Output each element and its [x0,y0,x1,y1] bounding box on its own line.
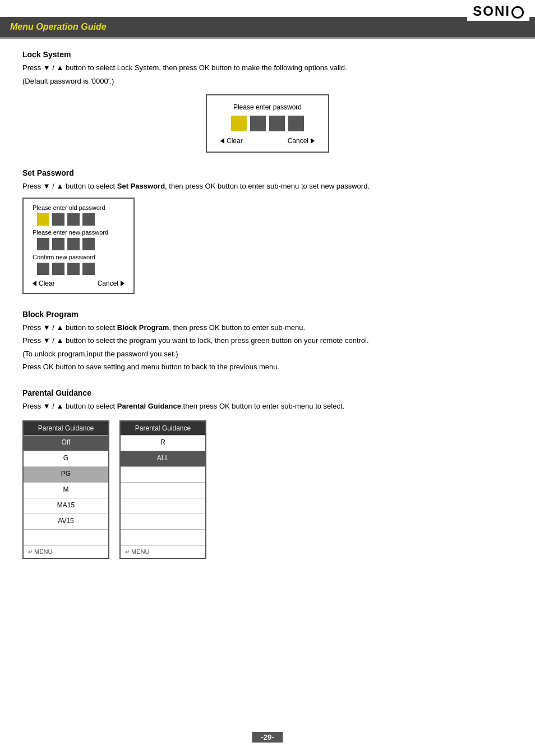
parental-table-1: Parental Guidance Off G PG M MA15 AV15 ↵… [22,420,109,559]
old-password-boxes [37,213,124,226]
parental-row-av15[interactable]: AV15 [24,514,108,529]
password-box-2 [250,116,266,131]
parental-row-all[interactable]: ALL [121,451,205,466]
confirm-pw-box-3 [67,263,80,275]
parental-table-1-header: Parental Guidance [24,421,108,435]
confirm-pw-box-1 [37,263,49,275]
parental-guidance-text: Press ▼ / ▲ button to select Parental Gu… [22,401,513,412]
block-program-text2: Press ▼ / ▲ button to select the program… [22,335,513,346]
set-password-title: Set Password [22,168,513,177]
old-pw-box-4 [82,213,95,226]
parental-table-2-footer-label: MENU [131,548,149,555]
clear-button[interactable]: Clear [220,137,243,145]
parental-row-ma15[interactable]: MA15 [24,498,108,514]
lock-system-dialog-container: Please enter password Clear Cancel [22,94,513,153]
header-title-bar: Menu Operation Guide [0,17,535,37]
logo-text: SONI [473,3,510,19]
parental-row-r[interactable]: R [121,435,205,451]
set-password-bold: Set Password [117,182,165,190]
cancel-button[interactable]: Cancel [288,137,315,145]
page-number-container: -29- [252,732,283,743]
page-title: Menu Operation Guide [10,22,107,31]
parental-row-pg[interactable]: PG [24,466,108,482]
lock-system-title: Lock System [22,50,513,59]
new-pw-box-1 [37,238,49,250]
lock-system-text1: Press ▼ / ▲ button to select Lock System… [22,62,513,74]
cancel-label: Cancel [288,137,308,145]
new-pw-box-4 [82,238,95,250]
parental-tables-container: Parental Guidance Off G PG M MA15 AV15 ↵… [22,420,513,559]
block-program-section: Block Program Press ▼ / ▲ button to sele… [22,310,513,373]
menu-corner-icon-1: ↵ [28,549,33,555]
cancel-triangle-icon [311,138,315,144]
parental-row-empty-5 [121,514,205,529]
page-header: SONI Menu Operation Guide [0,0,535,39]
set-password-dialog-container: Please enter old password Please enter n… [22,198,513,294]
logo: SONI [473,4,524,19]
set-pw-clear-button[interactable]: Clear [33,280,55,287]
confirm-pw-box-4 [82,263,95,275]
set-password-dialog-buttons: Clear Cancel [33,280,124,287]
old-pw-box-3 [67,213,80,226]
new-pw-box-3 [67,238,80,250]
block-program-bold: Block Program [117,323,169,332]
set-pw-cancel-button[interactable]: Cancel [98,280,124,287]
password-box-3 [269,116,285,131]
password-box-1 [231,116,247,131]
new-password-boxes [37,238,124,250]
block-program-title: Block Program [22,310,513,319]
clear-label: Clear [227,137,243,145]
block-program-text3: (To unlock program,input the password yo… [22,349,513,360]
block-program-text1: Press ▼ / ▲ button to select Block Progr… [22,322,513,333]
set-password-text: Press ▼ / ▲ button to select Set Passwor… [22,181,513,192]
lock-system-dialog: Please enter password Clear Cancel [206,94,329,153]
new-pw-box-2 [52,238,64,250]
confirm-pw-box-2 [52,263,64,275]
page-number: -29- [252,732,283,743]
set-pw-clear-triangle-icon [33,281,36,286]
confirm-password-label: Confirm new password [33,254,124,260]
old-pw-box-1 [37,213,49,226]
parental-row-off[interactable]: Off [24,435,108,451]
lock-system-text2: (Default password is '0000'.) [22,76,513,87]
lock-system-password-boxes [220,116,315,131]
menu-corner-icon-2: ↵ [125,549,130,555]
parental-table-1-footer: ↵ MENU [24,545,108,558]
set-pw-cancel-triangle-icon [121,281,124,286]
parental-table-2-header: Parental Guidance [121,421,205,435]
parental-row-empty-6 [121,529,205,545]
logo-q [511,6,524,19]
parental-row-empty-2 [121,466,205,482]
parental-row-g[interactable]: G [24,451,108,466]
lock-system-section: Lock System Press ▼ / ▲ button to select… [22,50,513,153]
parental-table-2-footer: ↵ MENU [121,545,205,558]
lock-system-dialog-label: Please enter password [220,103,315,111]
new-password-label: Please enter new password [33,229,124,236]
parental-row-empty-1 [24,529,108,545]
parental-table-2: Parental Guidance R ALL ↵ MENU [119,420,206,559]
old-password-label: Please enter old password [33,204,124,211]
clear-triangle-icon [220,138,224,144]
set-pw-clear-label: Clear [39,280,55,287]
parental-table-1-footer-label: MENU [34,548,52,555]
password-box-4 [288,116,304,131]
old-pw-box-2 [52,213,64,226]
parental-guidance-bold: Parental Guidance [117,402,181,410]
block-program-text4: Press OK button to save setting and menu… [22,361,513,373]
main-content: Lock System Press ▼ / ▲ button to select… [0,39,535,597]
set-password-dialog: Please enter old password Please enter n… [22,198,135,294]
parental-row-empty-3 [121,482,205,498]
lock-system-dialog-buttons: Clear Cancel [220,137,315,145]
parental-guidance-title: Parental Guidance [22,388,513,397]
confirm-password-boxes [37,263,124,275]
parental-guidance-section: Parental Guidance Press ▼ / ▲ button to … [22,388,513,560]
set-password-section: Set Password Press ▼ / ▲ button to selec… [22,168,513,294]
parental-row-empty-4 [121,498,205,514]
parental-row-m[interactable]: M [24,482,108,498]
set-pw-cancel-label: Cancel [98,280,118,287]
